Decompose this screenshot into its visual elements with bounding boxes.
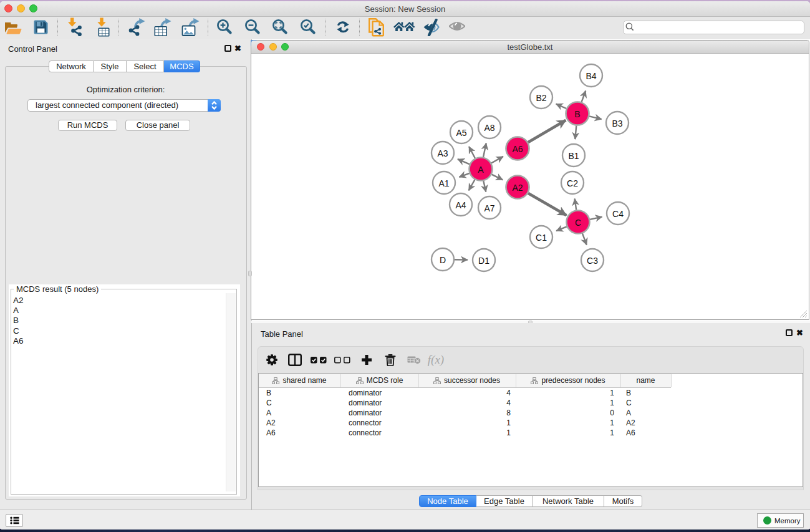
svg-text:C: C bbox=[575, 218, 581, 228]
svg-text:A5: A5 bbox=[456, 128, 466, 138]
svg-text:A: A bbox=[478, 165, 484, 175]
svg-text:A4: A4 bbox=[455, 200, 466, 210]
svg-text:A6: A6 bbox=[512, 144, 523, 154]
svg-text:B4: B4 bbox=[586, 71, 596, 81]
svg-text:A8: A8 bbox=[484, 123, 494, 133]
svg-text:B2: B2 bbox=[536, 93, 546, 103]
svg-text:A2: A2 bbox=[512, 183, 523, 193]
svg-text:B1: B1 bbox=[568, 151, 579, 161]
svg-text:B3: B3 bbox=[612, 118, 622, 128]
svg-text:A1: A1 bbox=[438, 178, 449, 188]
svg-text:C4: C4 bbox=[612, 209, 624, 219]
svg-text:C1: C1 bbox=[536, 233, 547, 243]
svg-text:B: B bbox=[574, 109, 580, 119]
svg-text:C3: C3 bbox=[587, 256, 598, 266]
svg-text:D: D bbox=[440, 255, 446, 265]
svg-text:D1: D1 bbox=[478, 256, 489, 266]
svg-text:A3: A3 bbox=[437, 148, 448, 158]
svg-text:C2: C2 bbox=[567, 178, 578, 188]
svg-text:A7: A7 bbox=[484, 203, 494, 213]
